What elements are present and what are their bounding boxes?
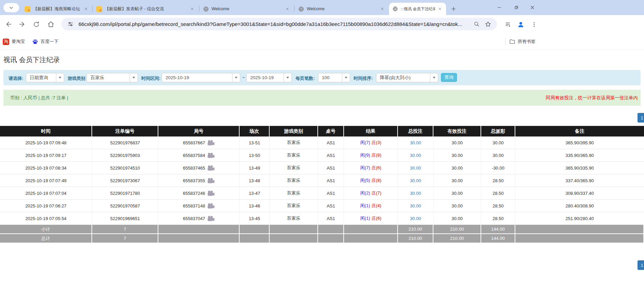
page-size-label: 每页笔数:: [296, 75, 315, 82]
tab-close-icon[interactable]: [285, 6, 290, 12]
cell-game: 百家乐: [270, 200, 318, 212]
subtotal-count: 7: [92, 225, 158, 234]
browser-window: 【新提醒】海燕策略论坛 - 综合 【新提醒】发表帖子 - 综合交流 Welcom…: [0, 0, 644, 303]
bookmark-label: 百度一下: [41, 39, 58, 45]
game-type-select[interactable]: 百家乐: [87, 73, 138, 82]
subtotal-label: 小计: [0, 225, 92, 234]
total-bet-link[interactable]: 30.00: [410, 178, 421, 183]
total-bet-link[interactable]: 30.00: [410, 216, 421, 221]
video-icon[interactable]: [207, 153, 215, 158]
cell-table-no: AS1: [318, 162, 344, 174]
cell-valid-bet: 30.00: [433, 136, 481, 149]
table-row: 2025-10-19 07:07:04 522901971780 6558372…: [0, 187, 644, 200]
cell-valid-bet: 30.00: [433, 187, 481, 200]
cell-time: 2025-10-19 07:07:49: [0, 174, 92, 187]
page-title: 视讯 会员下注纪录: [3, 55, 60, 64]
zoom-icon[interactable]: [472, 20, 481, 28]
tab-1[interactable]: 【新提醒】海燕策略论坛 - 综合: [21, 3, 92, 15]
media-controls-button[interactable]: [504, 20, 513, 29]
bookmark-baidu[interactable]: 百度一下: [32, 38, 58, 46]
cell-valid-bet: 30.00: [433, 162, 481, 174]
cell-round-id: 655837465: [158, 162, 240, 174]
valid-bet-note: 同局有效投注，统一计算在该局第一张注单内: [546, 95, 638, 101]
new-tab-button[interactable]: [449, 4, 458, 13]
close-window-button[interactable]: [528, 4, 536, 11]
subtotal-payout: 144.00: [481, 225, 515, 234]
profile-avatar[interactable]: [516, 20, 525, 29]
cell-time: 2025-10-19 07:07:04: [0, 187, 92, 200]
bookmarks-bar: 淘 爱淘宝 百度一下 所有书签: [0, 33, 644, 50]
pagination-page-1-bottom[interactable]: 1: [638, 260, 644, 270]
video-icon[interactable]: [207, 165, 215, 171]
cell-game: 百家乐: [270, 149, 318, 162]
sort-label: 时间排序:: [354, 75, 373, 82]
sort-select[interactable]: 降幂(由大到小): [376, 73, 438, 82]
video-icon[interactable]: [207, 216, 215, 221]
cell-result: 闲(7)庄(6): [344, 162, 398, 174]
bookmark-star-icon[interactable]: [484, 20, 492, 28]
minimize-button[interactable]: [495, 4, 503, 11]
cell-game: 百家乐: [270, 136, 318, 149]
cell-game: 百家乐: [270, 187, 318, 200]
tab-3[interactable]: Welcome: [200, 3, 294, 15]
chevron-down-icon: [232, 73, 240, 82]
search-button[interactable]: 查询: [441, 73, 457, 82]
bookmark-aitaobao[interactable]: 淘 爱淘宝: [3, 38, 25, 46]
tab-active[interactable]: :::视讯 会员下注纪录:::: [389, 3, 446, 15]
tab-close-icon[interactable]: [189, 6, 195, 12]
tab-close-icon[interactable]: [380, 6, 385, 12]
address-bar[interactable]: 66cxkj98.com/ipl/portal.php/game/betreco…: [61, 18, 497, 30]
forward-icon: [18, 20, 26, 28]
subtotal-total-bet: 210.00: [398, 225, 433, 234]
header-round-id: 局号: [158, 126, 240, 136]
tab-close-icon[interactable]: [437, 6, 443, 12]
all-bookmarks-button[interactable]: 所有书签: [509, 38, 535, 46]
baidu-paw-favicon-icon: [32, 39, 38, 45]
chevron-down-icon: [9, 5, 14, 11]
date-from-input[interactable]: 2025-10-19: [162, 73, 240, 82]
reload-button[interactable]: [32, 20, 40, 28]
video-icon[interactable]: [207, 178, 215, 184]
pagination-page-1-top[interactable]: 1: [638, 113, 644, 122]
table-row: 2025-10-19 07:09:17 522901975903 6558375…: [0, 149, 644, 162]
tab-search-button[interactable]: [3, 3, 19, 12]
site-info-tune-icon[interactable]: [66, 20, 74, 28]
video-icon[interactable]: [207, 190, 215, 196]
date-to-input[interactable]: 2025-10-19: [246, 73, 292, 82]
cell-total-bet: 30.00: [398, 149, 433, 162]
total-bet-link[interactable]: 30.00: [410, 203, 421, 208]
total-bet-link[interactable]: 30.00: [410, 165, 421, 171]
query-type-select[interactable]: 日期查询: [26, 73, 64, 82]
forward-button[interactable]: [18, 20, 26, 28]
tab-separator: [92, 5, 92, 12]
tab-close-icon[interactable]: [83, 6, 89, 12]
minimize-icon: [497, 5, 502, 10]
cell-time: 2025-10-19 07:05:54: [0, 212, 92, 225]
total-bet-link[interactable]: 30.00: [410, 153, 421, 158]
cell-result: 闲(9)庄(8): [344, 149, 398, 162]
cell-round-id: 655837047: [158, 212, 240, 225]
tab-2[interactable]: 【新提醒】发表帖子 - 综合交流: [93, 3, 198, 15]
select-label: 请选择:: [9, 75, 23, 82]
menu-button[interactable]: [530, 20, 539, 29]
total-bet-link[interactable]: 30.00: [410, 140, 421, 145]
video-icon[interactable]: [207, 140, 215, 146]
avatar-icon: [517, 21, 525, 28]
note-favicon-icon: [25, 6, 30, 12]
header-session: 场次: [240, 126, 270, 136]
total-label: 总计: [0, 234, 92, 243]
cell-table-no: AS1: [318, 200, 344, 212]
home-button[interactable]: [47, 20, 55, 28]
back-button[interactable]: [5, 20, 13, 28]
chevron-down-icon: [430, 73, 438, 82]
page-size-select[interactable]: 100: [318, 73, 350, 82]
summary-bar: 币别 : 人民币 | 总共 :7 注单 | 同局有效投注，统一计算在该局第一张注…: [3, 90, 641, 106]
tab-4[interactable]: Welcome: [295, 3, 388, 15]
table-row: 2025-10-19 07:09:48 522901976837 6558376…: [0, 136, 644, 149]
cell-remark: 337.40/365.90: [515, 174, 644, 187]
total-bet-link[interactable]: 30.00: [410, 191, 421, 196]
restore-button[interactable]: [512, 4, 520, 11]
cell-total-bet: 30.00: [398, 200, 433, 212]
video-icon[interactable]: [207, 203, 215, 209]
cell-table-no: AS1: [318, 187, 344, 200]
